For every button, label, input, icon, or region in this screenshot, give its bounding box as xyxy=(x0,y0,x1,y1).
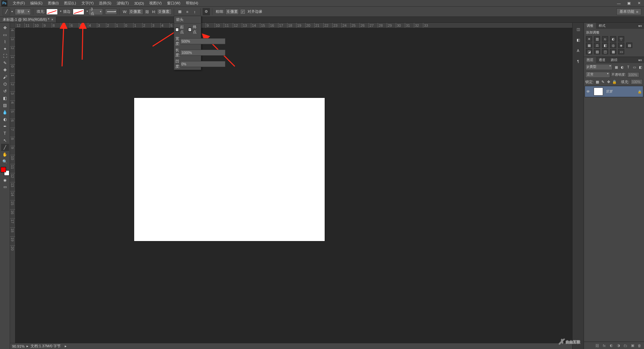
filter-shape-icon[interactable]: ▭ xyxy=(632,65,637,69)
lookup-icon[interactable]: ▤ xyxy=(626,43,632,48)
arrow-concave-input[interactable] xyxy=(180,61,225,67)
document-info[interactable]: 文档:1.37M/0 字节 xyxy=(31,344,61,349)
healing-tool[interactable]: ✚ xyxy=(1,66,9,73)
channel-mixer-icon[interactable]: ◈ xyxy=(618,43,624,48)
gradient-map-icon[interactable]: ▭ xyxy=(618,49,624,54)
invert-icon[interactable]: ◪ xyxy=(586,49,592,54)
color-panel-icon[interactable]: ◧ xyxy=(575,36,582,44)
text-tool[interactable]: T xyxy=(1,130,9,137)
paths-tab[interactable]: 路径 xyxy=(608,57,620,63)
lasso-tool[interactable]: ⌇ xyxy=(1,38,9,45)
link-wh-icon[interactable]: ⛓ xyxy=(143,8,151,15)
hue-icon[interactable]: ▦ xyxy=(586,43,592,48)
shape-mode-dropdown[interactable]: 形状 xyxy=(15,8,31,15)
layer-filter-kind[interactable]: ρ 类型 xyxy=(585,64,612,70)
menu-view[interactable]: 视图(V) xyxy=(147,0,164,6)
menu-image[interactable]: 图像(I) xyxy=(45,0,61,6)
photo-filter-icon[interactable]: ◎ xyxy=(610,43,616,48)
menu-filter[interactable]: 滤镜(T) xyxy=(114,0,131,6)
canvas[interactable] xyxy=(134,98,325,241)
height-input[interactable] xyxy=(157,9,172,15)
filter-smart-icon[interactable]: ◧ xyxy=(638,65,643,69)
blend-mode-dropdown[interactable]: 正常 xyxy=(585,72,610,78)
path-select-tool[interactable]: ↖ xyxy=(1,137,9,144)
layers-tab[interactable]: 图层 xyxy=(584,57,596,63)
layer-name[interactable]: 背景 xyxy=(606,89,638,94)
layer-thumbnail[interactable] xyxy=(594,88,603,96)
link-layers-icon[interactable]: ⛓ xyxy=(595,344,600,348)
vibrance-icon[interactable]: ▽ xyxy=(618,36,624,42)
new-layer-icon[interactable]: ▣ xyxy=(630,343,635,348)
menu-edit[interactable]: 编辑(E) xyxy=(28,0,45,6)
line-shape-tool[interactable]: ╱ xyxy=(1,144,9,151)
document-tab-close-icon[interactable]: × xyxy=(51,18,53,21)
filter-type-icon[interactable]: T xyxy=(626,65,631,69)
posterize-icon[interactable]: ▨ xyxy=(594,49,600,54)
stroke-style-dropdown[interactable] xyxy=(105,9,117,15)
new-adjust-icon[interactable]: ◑ xyxy=(616,343,621,348)
color-swatches[interactable] xyxy=(1,167,9,176)
menu-3d[interactable]: 3D(D) xyxy=(131,1,147,6)
menu-file[interactable]: 文件(F) xyxy=(10,0,28,6)
dodge-tool[interactable]: ◐ xyxy=(1,116,9,123)
current-tool-preset[interactable]: ╱ xyxy=(3,8,10,15)
width-input[interactable] xyxy=(128,9,143,15)
path-ops-icon[interactable]: ▦ xyxy=(176,8,183,15)
end-checkbox[interactable]: ✓ xyxy=(188,28,192,32)
foreground-color[interactable] xyxy=(1,167,6,172)
selective-icon[interactable]: ▩ xyxy=(610,49,616,54)
history-panel-icon[interactable]: ◫ xyxy=(575,25,582,33)
canvas-area[interactable]: 1211109876543210123456789101112131415161… xyxy=(10,23,572,349)
vertical-ruler[interactable]: 432101234567891011121314151617181920 xyxy=(10,28,15,349)
lock-position-icon[interactable]: ✥ xyxy=(606,80,611,84)
fill-swatch[interactable] xyxy=(46,9,58,15)
exposure-icon[interactable]: ◐ xyxy=(610,36,616,42)
eyedropper-tool[interactable]: ✎ xyxy=(1,59,9,66)
filter-adjust-icon[interactable]: ◐ xyxy=(620,65,625,69)
character-panel-icon[interactable]: A xyxy=(575,47,582,54)
stamp-tool[interactable]: ⌬ xyxy=(1,80,9,88)
new-group-icon[interactable]: 🗀 xyxy=(623,344,628,348)
quick-mask-icon[interactable]: ◉ xyxy=(1,177,9,183)
styles-tab[interactable]: 样式 xyxy=(596,23,608,29)
delete-icon[interactable]: 🗑 xyxy=(637,344,642,348)
balance-icon[interactable]: ⚖ xyxy=(594,43,600,48)
bw-icon[interactable]: ◧ xyxy=(602,43,608,48)
path-align-icon[interactable]: ≡ xyxy=(183,8,191,15)
gear-icon[interactable]: ⚙ xyxy=(203,8,210,15)
eraser-tool[interactable]: ◧ xyxy=(1,95,9,102)
stroke-width-dropdown[interactable]: 3 点 xyxy=(88,8,103,15)
menu-layer[interactable]: 图层(L) xyxy=(61,0,78,6)
visibility-icon[interactable]: 👁 xyxy=(586,90,591,94)
zoom-tool[interactable]: 🔍 xyxy=(1,158,9,165)
filter-pixel-icon[interactable]: ▦ xyxy=(614,65,619,69)
history-brush-tool[interactable]: ↺ xyxy=(1,88,9,95)
minimize-button[interactable]: — xyxy=(614,0,624,7)
curves-icon[interactable]: ⎋ xyxy=(602,36,608,42)
adjustments-tab[interactable]: 调整 xyxy=(584,23,596,29)
lock-transparency-icon[interactable]: ▩ xyxy=(595,80,599,84)
layer-row-background[interactable]: 👁 背景 🔒 xyxy=(585,86,643,97)
menu-help[interactable]: 帮助(H) xyxy=(183,0,201,6)
opacity-input[interactable] xyxy=(627,72,639,77)
channels-tab[interactable]: 通道 xyxy=(596,57,608,63)
brightness-icon[interactable]: ☀ xyxy=(586,36,592,42)
gradient-tool[interactable]: ▤ xyxy=(1,102,9,109)
menu-window[interactable]: 窗口(W) xyxy=(164,0,183,6)
document-tab[interactable]: 未标题-1 @ 90.9%(RGB/8) * × xyxy=(0,17,56,22)
zoom-level[interactable]: 90.91% xyxy=(12,344,24,348)
lock-all-icon[interactable]: 🔒 xyxy=(612,80,616,84)
mask-icon[interactable]: ◐ xyxy=(609,343,614,348)
layers-menu-icon[interactable]: ▾≡ xyxy=(636,58,644,62)
panel-menu-icon[interactable]: ▾≡ xyxy=(636,24,644,28)
paragraph-panel-icon[interactable]: ¶ xyxy=(575,58,582,65)
menu-type[interactable]: 文字(Y) xyxy=(79,0,97,6)
close-button[interactable]: ✕ xyxy=(634,0,644,7)
fx-icon[interactable]: fx xyxy=(602,344,607,348)
restore-button[interactable]: ▣ xyxy=(624,0,634,7)
brush-tool[interactable]: 🖌 xyxy=(1,73,9,80)
start-checkbox[interactable] xyxy=(175,28,179,32)
arrow-length-input[interactable] xyxy=(180,50,225,56)
crop-tool[interactable]: ⛶ xyxy=(1,52,9,59)
wand-tool[interactable]: ✦ xyxy=(1,45,9,52)
